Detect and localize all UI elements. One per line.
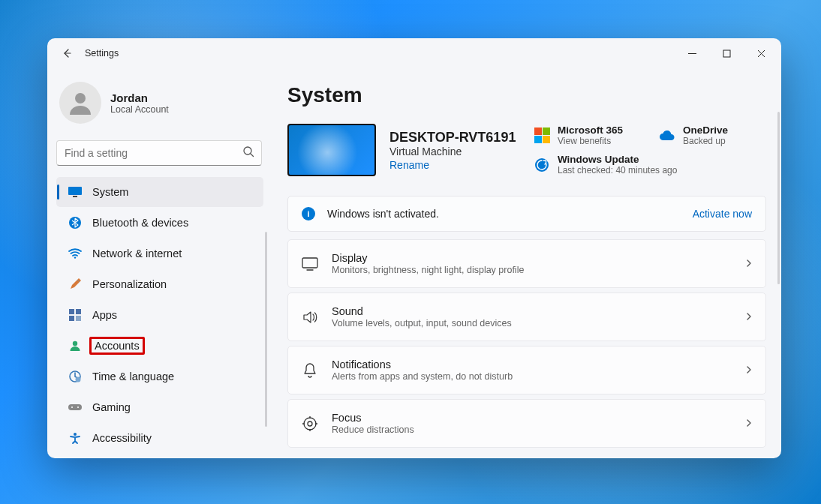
maximize-icon (723, 50, 731, 58)
card-title: Focus (332, 412, 744, 424)
search-container (56, 140, 262, 166)
settings-card-notifications[interactable]: NotificationsAlerts from apps and system… (287, 346, 766, 394)
settings-card-display[interactable]: DisplayMonitors, brightness, night light… (287, 239, 766, 288)
info-icon: i (302, 207, 315, 220)
svg-rect-9 (69, 316, 74, 321)
bell-icon (300, 362, 320, 379)
display-icon (300, 257, 320, 271)
quick-update[interactable]: Windows UpdateLast checked: 40 minutes a… (534, 153, 766, 176)
chevron-right-icon (744, 257, 753, 271)
sidebar-item-label: Network & internet (92, 248, 182, 260)
sidebar-item-bluetooth-devices[interactable]: Bluetooth & devices (56, 208, 263, 238)
sidebar-item-personalization[interactable]: Personalization (56, 269, 263, 299)
profile-name: Jordan (110, 92, 169, 104)
svg-rect-10 (76, 316, 81, 321)
cloud-icon (659, 128, 675, 144)
quick-links: Microsoft 365View benefits OneDriveBacke… (534, 124, 766, 176)
maximize-button[interactable] (709, 42, 744, 64)
rename-link[interactable]: Rename (389, 159, 516, 171)
main-scrollbar[interactable] (777, 112, 780, 284)
sidebar-item-label: System (92, 186, 128, 198)
quick-update-sub: Last checked: 40 minutes ago (558, 165, 677, 176)
profile-subtitle: Local Account (110, 104, 169, 115)
card-title: Sound (332, 305, 744, 317)
main-content: System DESKTOP-RVT6191 Virtual Machine R… (272, 68, 781, 458)
chevron-right-icon (744, 310, 753, 324)
chevron-right-icon (744, 417, 753, 430)
quick-m365[interactable]: Microsoft 365View benefits (534, 124, 641, 147)
svg-rect-19 (302, 258, 317, 268)
page-title: System (287, 83, 766, 107)
bluetooth-icon (68, 217, 82, 229)
svg-point-13 (76, 377, 81, 382)
svg-rect-7 (69, 309, 74, 314)
titlebar: Settings (47, 38, 781, 68)
svg-point-11 (73, 341, 77, 346)
window-title: Settings (85, 48, 119, 58)
nav-list: SystemBluetooth & devicesNetwork & inter… (56, 176, 272, 458)
svg-point-6 (74, 256, 76, 258)
gamepad-icon (68, 403, 82, 412)
quick-onedrive-sub: Backed up (683, 136, 728, 146)
profile-block[interactable]: Jordan Local Account (56, 74, 272, 134)
settings-card-sound[interactable]: SoundVolume levels, output, input, sound… (287, 292, 766, 341)
grid-icon (68, 309, 82, 321)
card-subtitle: Monitors, brightness, night light, displ… (332, 265, 744, 275)
sidebar-item-time-language[interactable]: Time & language (56, 362, 263, 392)
card-subtitle: Alerts from apps and system, do not dist… (332, 371, 744, 382)
card-title: Display (332, 252, 744, 264)
card-subtitle: Reduce distractions (332, 424, 744, 435)
sidebar-item-label: Gaming (92, 401, 131, 413)
quick-onedrive-title: OneDrive (683, 124, 728, 136)
svg-rect-8 (76, 309, 81, 314)
quick-onedrive[interactable]: OneDriveBacked up (659, 124, 766, 147)
device-type: Virtual Machine (389, 146, 516, 158)
update-icon (534, 157, 550, 173)
clock-globe-icon (68, 370, 82, 382)
activation-banner: i Windows isn't activated. Activate now (287, 196, 766, 232)
activate-link[interactable]: Activate now (693, 208, 752, 220)
svg-point-2 (244, 147, 251, 154)
sidebar-item-system[interactable]: System (56, 177, 263, 207)
svg-point-17 (74, 433, 77, 436)
avatar (59, 82, 101, 124)
sound-icon (300, 310, 320, 324)
paintbrush-icon (68, 278, 82, 290)
sidebar: Jordan Local Account SystemBluetooth & d… (47, 68, 272, 458)
quick-update-title: Windows Update (558, 154, 677, 165)
minimize-icon (688, 50, 696, 58)
minimize-button[interactable] (675, 42, 709, 64)
banner-text: Windows isn't activated. (327, 208, 693, 220)
close-button[interactable] (744, 42, 778, 64)
device-thumbnail[interactable] (287, 124, 376, 176)
sidebar-scrollbar[interactable] (265, 232, 267, 427)
settings-card-focus[interactable]: FocusReduce distractions (287, 399, 766, 448)
svg-rect-14 (68, 404, 82, 410)
back-button[interactable] (56, 43, 77, 64)
svg-point-20 (304, 418, 316, 430)
person-icon (68, 340, 82, 352)
sidebar-item-apps[interactable]: Apps (56, 300, 263, 330)
sidebar-item-label: Accounts (95, 340, 140, 352)
quick-m365-sub: View benefits (558, 136, 623, 146)
sidebar-item-gaming[interactable]: Gaming (56, 392, 263, 422)
device-name: DESKTOP-RVT6191 (389, 130, 516, 146)
chevron-right-icon (744, 364, 753, 377)
svg-point-21 (308, 422, 312, 426)
sidebar-item-network-internet[interactable]: Network & internet (56, 238, 263, 268)
search-input[interactable] (56, 140, 262, 166)
quick-m365-title: Microsoft 365 (558, 124, 623, 136)
sidebar-item-accounts[interactable]: Accounts (56, 331, 263, 361)
card-title: Notifications (332, 358, 744, 370)
svg-rect-4 (73, 196, 77, 197)
focus-icon (300, 416, 320, 431)
close-icon (757, 50, 765, 58)
card-subtitle: Volume levels, output, input, sound devi… (332, 318, 744, 328)
wifi-icon (68, 248, 82, 259)
sidebar-item-accessibility[interactable]: Accessibility (56, 423, 263, 453)
device-row: DESKTOP-RVT6191 Virtual Machine Rename M… (287, 124, 766, 176)
sidebar-item-label: Personalization (92, 278, 167, 290)
settings-window: Settings Jordan Local Account (47, 38, 781, 458)
sidebar-item-label: Apps (92, 309, 117, 321)
svg-rect-0 (723, 50, 730, 57)
